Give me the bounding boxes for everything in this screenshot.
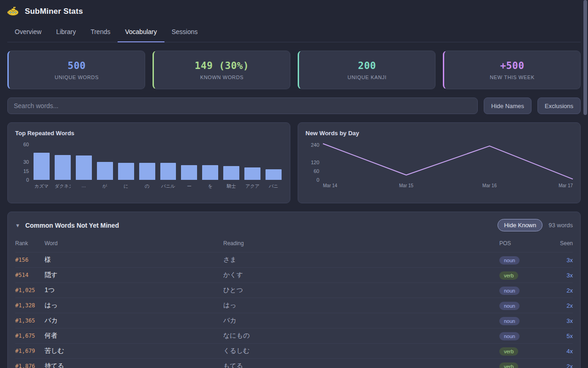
x-tick-label: の — [139, 183, 155, 190]
stat-value: 149 (30%) — [195, 60, 249, 71]
line-series — [323, 144, 573, 179]
word-text: はっ — [45, 301, 223, 310]
bar-chart-plot — [33, 143, 283, 180]
bar-ダクネス — [55, 155, 71, 180]
pos-badge: noun — [499, 256, 520, 264]
y-tick-label: 60 — [314, 168, 319, 174]
app-header: SubMiner Stats — [7, 0, 581, 17]
bar-chart-y-axis: 0153060 — [15, 143, 33, 180]
seen-count: 4x — [546, 348, 573, 355]
x-tick-label: が — [97, 183, 113, 190]
table-row[interactable]: #514隠すかくすverb3x — [15, 268, 573, 283]
column-header-seen: Seen — [546, 240, 573, 247]
y-tick-label: 0 — [26, 177, 29, 183]
bar-バニ — [266, 169, 282, 180]
table-row[interactable]: #1,365バカバカnoun3x — [15, 313, 573, 328]
search-input[interactable] — [7, 98, 478, 114]
page: SubMiner Stats Overview Library Trends V… — [0, 0, 588, 368]
bar-バニル — [160, 163, 176, 180]
table-row[interactable]: #1,328はっはっnoun2x — [15, 298, 573, 313]
word-reading: くるしむ — [223, 347, 499, 355]
bar-に — [118, 163, 134, 180]
tab-trends[interactable]: Trends — [83, 24, 118, 42]
table-title: Common Words Not Yet Mined — [25, 222, 119, 229]
x-tick-label: 騎士 — [223, 183, 239, 190]
common-words-panel: ▼ Common Words Not Yet Mined Hide Known … — [7, 212, 581, 368]
pos-badge: noun — [499, 287, 520, 295]
pos-badge: verb — [499, 271, 518, 280]
x-tick-label: Mar 17 — [559, 183, 573, 188]
word-text: バカ — [45, 316, 223, 325]
x-tick-label: に — [118, 183, 134, 190]
seen-count: 3x — [546, 257, 573, 264]
y-tick-label: 60 — [23, 142, 29, 147]
word-reading: もてる — [223, 362, 499, 368]
bar-chart-x-labels: カズマダクネス…がにのバニルーを騎士アクアバニ — [33, 183, 283, 190]
stat-value: 200 — [358, 60, 376, 71]
bar-が — [97, 162, 113, 180]
x-tick-label: ダクネス — [55, 183, 71, 190]
stat-card-unique-words: 500 UNIQUE WORDS — [7, 51, 145, 89]
word-reading: バカ — [223, 316, 499, 325]
word-rank: #1,876 — [15, 363, 45, 368]
line-chart-x-labels: Mar 14Mar 15Mar 16Mar 17 — [323, 183, 573, 189]
top-repeated-words-chart: Top Repeated Words 0153060 カズマダクネス…がにのバニ… — [7, 122, 290, 203]
stat-card-new-this-week: +500 NEW THIS WEEK — [443, 51, 581, 89]
stat-label: UNIQUE KANJI — [348, 75, 387, 80]
hide-names-button[interactable]: Hide Names — [484, 98, 531, 114]
collapse-caret-icon[interactable]: ▼ — [15, 223, 20, 228]
line-chart-plot — [323, 143, 573, 180]
x-tick-label: バニ — [266, 183, 282, 190]
pos-badge: noun — [499, 332, 520, 340]
column-header-rank: Rank — [15, 240, 45, 247]
word-text: 様 — [45, 256, 223, 264]
tab-sessions[interactable]: Sessions — [164, 24, 205, 42]
y-tick-label: 15 — [23, 168, 29, 174]
stat-value: 500 — [68, 60, 85, 71]
bar-アクア — [244, 167, 260, 180]
stat-card-known-words: 149 (30%) KNOWN WORDS — [153, 51, 290, 89]
column-header-reading: Reading — [223, 240, 499, 247]
seen-count: 2x — [546, 287, 573, 294]
table-column-headers: Rank Word Reading POS Seen — [15, 240, 573, 253]
stat-label: KNOWN WORDS — [200, 75, 244, 80]
y-tick-label: 240 — [311, 142, 319, 148]
y-tick-label: 0 — [317, 177, 319, 183]
exclusions-button[interactable]: Exclusions — [537, 98, 581, 114]
tab-library[interactable]: Library — [49, 24, 83, 42]
bar-騎士 — [223, 166, 239, 180]
new-words-by-day-chart: New Words by Day 060120240 Mar 14Mar 15M… — [298, 122, 581, 203]
x-tick-label: バニル — [160, 183, 176, 190]
word-reading: さま — [223, 256, 499, 264]
scrollbar-thumb[interactable] — [583, 0, 587, 115]
pos-badge: noun — [499, 302, 520, 310]
seen-count: 3x — [546, 272, 573, 279]
bar-ー — [181, 165, 197, 180]
hide-known-button[interactable]: Hide Known — [498, 219, 543, 231]
word-reading: ひとつ — [223, 286, 499, 294]
tab-vocabulary[interactable]: Vocabulary — [118, 24, 164, 42]
table-row[interactable]: #1,0251つひとつnoun2x — [15, 283, 573, 298]
table-row[interactable]: #1,679苦しむくるしむverb4x — [15, 344, 573, 359]
table-row[interactable]: #156様さまnoun3x — [15, 253, 573, 268]
bar-の — [139, 163, 155, 180]
bar-を — [202, 165, 218, 180]
word-rank: #1,328 — [15, 302, 45, 309]
chart-title: New Words by Day — [305, 130, 573, 137]
x-tick-label: カズマ — [34, 183, 50, 190]
tab-overview[interactable]: Overview — [7, 24, 49, 42]
charts-row: Top Repeated Words 0153060 カズマダクネス…がにのバニ… — [7, 122, 581, 203]
word-reading: なにもの — [223, 332, 499, 340]
tab-bar: Overview Library Trends Vocabulary Sessi… — [7, 24, 581, 42]
line-chart-y-axis: 060120240 — [305, 143, 323, 180]
x-tick-label: Mar 14 — [323, 183, 337, 188]
x-tick-label: … — [76, 183, 92, 190]
y-tick-label: 120 — [311, 160, 319, 165]
table-row[interactable]: #1,876持てるもてるverb2x — [15, 359, 573, 368]
stat-label: NEW THIS WEEK — [490, 75, 535, 80]
word-reading: かくす — [223, 271, 499, 279]
x-tick-label: Mar 16 — [482, 183, 497, 188]
stat-label: UNIQUE WORDS — [55, 75, 99, 80]
table-row[interactable]: #1,675何者なにものnoun5x — [15, 328, 573, 344]
app-title: SubMiner Stats — [25, 7, 83, 16]
